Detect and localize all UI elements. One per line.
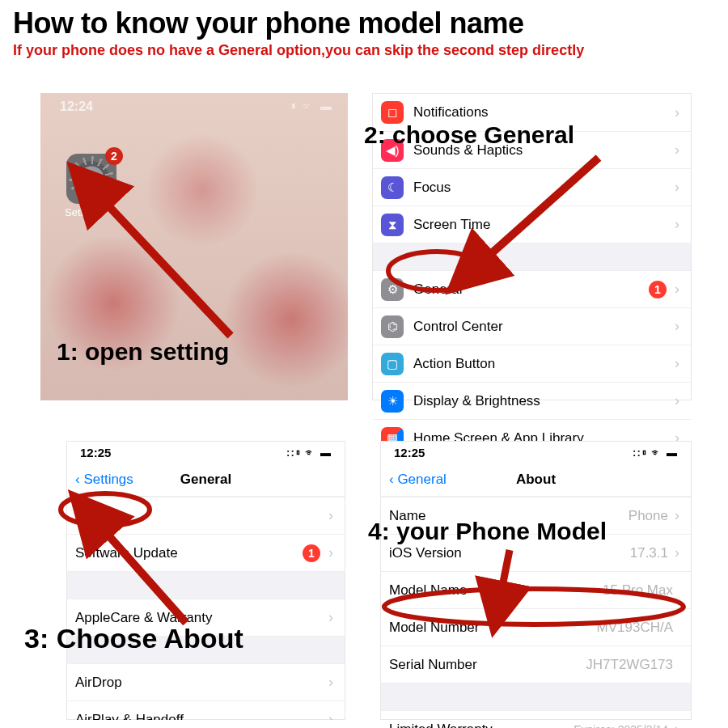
row-value: 15 Pro Max [603,582,673,599]
nav-title: About [516,472,556,488]
row-general[interactable]: ⚙ General 1 › [373,270,691,307]
settings-badge: 2 [105,147,123,165]
row-label: iOS Version [389,545,630,561]
page-subtitle: If your phone does no have a General opt… [0,42,728,67]
status-bar: 12:25 ::▯ ᯤ ▬ [381,442,691,463]
chevron-right-icon: › [675,318,679,335]
chevron-right-icon: › [328,507,333,524]
chevron-right-icon: › [328,674,333,691]
page-title: How to know your phone model name [0,0,728,42]
row-serialnumber[interactable]: Serial Number JH7T2WG173 [381,645,691,683]
bell-icon: ◻ [381,101,404,124]
row-modelnumber[interactable]: Model Number MV193CH/A [381,608,691,645]
chevron-right-icon: › [675,281,679,298]
nav-title: General [180,472,231,488]
chevron-right-icon: › [328,711,333,720]
settings-app-label: Settings [65,206,103,218]
row-actionbutton[interactable]: ▢ Action Button › [373,345,691,382]
row-label: Action Button [413,356,675,372]
status-time: 12:25 [394,446,425,459]
row-label: Model Name [389,582,603,599]
status-bar: 12:25 ::▯ ᯤ ▬ [67,442,345,463]
row-label: Display & Brightness [413,393,675,409]
row-airdrop[interactable]: AirDrop › [67,663,345,700]
chevron-right-icon: › [675,104,679,121]
badge: 1 [303,544,320,562]
row-value: Phone [629,508,668,524]
row-label: Control Center [413,319,675,335]
sliders-icon: ⌬ [381,315,404,338]
row-label: Serial Number [389,657,586,673]
row-label: Model Number [389,620,597,636]
settings-app-icon[interactable]: 2 [66,154,116,204]
step2-caption: 2: choose General [364,121,574,149]
badge: 1 [649,281,667,298]
step3-panel: 12:25 ::▯ ᯤ ▬ ‹ Settings General About ›… [66,441,345,720]
row-label: Limited Warranty [389,722,574,729]
status-icons: ::▯ ᯤ ▬ [286,447,332,459]
status-time: 12:24 [60,99,93,114]
back-button[interactable]: ‹ Settings [75,472,133,488]
back-label: Settings [83,472,133,487]
hourglass-icon: ⧗ [381,214,404,236]
step3-caption: 3: Choose About [24,623,243,654]
chevron-right-icon: › [328,609,333,626]
row-value: JH7T2WG173 [586,657,673,673]
row-value: 17.3.1 [630,545,668,561]
general-screen: 12:25 ::▯ ᯤ ▬ ‹ Settings General About ›… [66,441,345,720]
step4-panel: 12:25 ::▯ ᯤ ▬ ‹ General About Name Phone… [380,441,692,720]
chevron-right-icon: › [328,544,333,561]
row-label: AirPlay & Handoff [75,712,328,721]
row-label: Notifications [413,104,675,121]
chevron-right-icon: › [675,721,679,728]
back-button[interactable]: ‹ General [389,472,447,488]
row-screentime[interactable]: ⧗ Screen Time › [373,205,691,243]
row-controlcenter[interactable]: ⌬ Control Center › [373,307,691,345]
brightness-icon: ☀ [381,390,404,413]
gear-icon [74,161,109,197]
nav-bar: ‹ General About [381,463,691,497]
row-about[interactable]: About › [67,497,345,534]
status-icons: ::▯ ᯤ ▬ [633,447,678,459]
gear-icon: ⚙ [381,278,404,301]
row-focus[interactable]: ☾ Focus › [373,168,691,205]
step4-caption: 4: your Phone Model [368,518,607,545]
chevron-right-icon: › [675,392,679,409]
chevron-right-icon: › [675,142,679,159]
about-screen: 12:25 ::▯ ᯤ ▬ ‹ General About Name Phone… [380,441,692,720]
step1-caption: 1: open setting [57,338,229,366]
back-label: General [397,472,446,487]
status-time: 12:25 [80,446,111,459]
status-icons: ▮ ᯤ ▬ [290,99,333,112]
chevron-right-icon: › [675,544,679,561]
action-icon: ▢ [381,353,404,375]
row-label: About [75,508,328,524]
section-gap [373,243,691,270]
section-gap [67,571,345,599]
row-label: AirDrop [75,675,328,691]
chevron-right-icon: › [675,216,679,233]
row-label: Screen Time [413,217,675,233]
row-modelname[interactable]: Model Name 15 Pro Max [381,571,691,608]
row-label: Focus [413,180,675,196]
section-gap [381,683,691,710]
chevron-right-icon: › [675,507,679,524]
moon-icon: ☾ [381,176,404,199]
row-label: Software Update [75,545,303,561]
row-warranty[interactable]: Limited Warranty Expires: 2025/3/14 › [381,710,691,728]
row-display[interactable]: ☀ Display & Brightness › [373,382,691,419]
row-value: Expires: 2025/3/14 [574,723,668,729]
chevron-right-icon: › [675,355,679,372]
row-label: General [413,281,649,298]
row-softwareupdate[interactable]: Software Update 1 › [67,534,345,571]
chevron-right-icon: › [675,179,679,196]
row-airplay[interactable]: AirPlay & Handoff › [67,700,345,720]
nav-bar: ‹ Settings General [67,463,345,497]
row-value: MV193CH/A [597,620,673,636]
